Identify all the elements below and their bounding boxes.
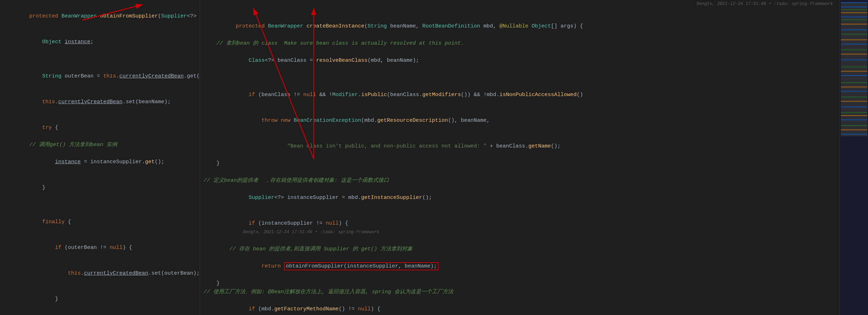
mini-line (841, 49, 867, 50)
code-line: finally { (0, 209, 200, 235)
mini-line (841, 45, 867, 46)
mini-line (841, 106, 867, 108)
code-text: if (beanClass != null && !Modifier.isPub… (204, 82, 861, 108)
mini-line (841, 42, 867, 43)
mini-line (841, 35, 867, 36)
mini-line (841, 29, 867, 30)
mini-line (841, 41, 867, 42)
code-text: Supplier<?> instanceSupplier = mbd.getIn… (204, 185, 861, 211)
editor-container: protected BeanWrapper obtainFromSupplier… (0, 0, 868, 315)
code-text: this.currentlyCreatedBean.set(beanName); (4, 89, 193, 115)
mini-line (841, 82, 867, 83)
minimap-panel (839, 0, 868, 315)
mini-line (841, 119, 867, 120)
mini-line (841, 2, 867, 3)
code-line: try { (0, 115, 200, 141)
git-blame-inline: Dengtx, 2021-12-24 17:51:46 • :tada: spr… (243, 230, 379, 235)
code-text: Class<?> beanClass = resolveBeanClass(mb… (204, 48, 861, 74)
code-line: } (0, 286, 200, 312)
mini-line (841, 101, 867, 102)
mini-line (841, 122, 867, 123)
mini-line (841, 74, 867, 75)
mini-line (841, 125, 867, 126)
code-text: finally { (4, 209, 193, 235)
code-line: Object instance; (0, 29, 200, 55)
mini-line (841, 24, 867, 25)
code-line: } (200, 159, 868, 168)
mini-line (841, 69, 867, 70)
mini-line (841, 96, 867, 98)
mini-line (841, 56, 867, 58)
mini-line (841, 134, 867, 135)
mini-line (841, 28, 867, 29)
code-text: } (4, 175, 193, 201)
mini-line (841, 64, 867, 65)
mini-line (841, 94, 867, 95)
type-token: BeanWrapper (61, 13, 100, 19)
mini-line (841, 32, 867, 33)
code-line: if (beanClass != null && !Modifier.isPub… (200, 82, 868, 108)
code-text: } (204, 279, 861, 288)
code-text: } (4, 286, 193, 312)
mini-line (841, 105, 867, 106)
code-text: try { (4, 115, 193, 141)
mini-line (841, 52, 867, 53)
code-text: protected BeanWrapper createBeanInstance… (204, 14, 861, 39)
mini-line (841, 58, 867, 59)
mini-line (841, 99, 867, 100)
code-line: String outerBean = this.currentlyCreated… (0, 64, 200, 89)
code-line: this.currentlyCreatedBean.set(outerBean)… (0, 261, 200, 286)
code-line: return obtainFromSupplier(instanceSuppli… (200, 254, 868, 279)
code-line-empty (0, 201, 200, 209)
mini-line (841, 112, 867, 113)
code-line: } (200, 279, 868, 288)
code-line: // 调用get() 方法拿到bean 实例 (0, 141, 200, 149)
mini-line (841, 22, 867, 23)
code-text: String outerBean = this.currentlyCreated… (4, 64, 200, 89)
comment-text: // 存在 bean 的提供者,则直接调用 Supplier 的 get() 方… (204, 245, 861, 254)
mini-line (841, 86, 867, 88)
mini-line (841, 12, 867, 13)
mini-line (841, 5, 867, 6)
highlighted-return: obtainFromSupplier(instanceSupplier, bea… (284, 262, 439, 270)
mini-line (841, 14, 867, 15)
comment-text: // 使用工厂方法、例如: @Bean注解放在方法上, 返回值注入容器, spr… (204, 288, 861, 296)
mini-line (841, 126, 867, 128)
mini-line (841, 132, 867, 133)
code-line: if (mbd.getFactoryMethodName() != null) … (200, 296, 868, 315)
mini-line (841, 44, 867, 45)
code-line: if (outerBean != null) { (0, 235, 200, 261)
left-code-panel: protected BeanWrapper obtainFromSupplier… (0, 0, 200, 315)
code-text: } (204, 159, 861, 168)
mini-line (841, 48, 867, 49)
code-line: // 拿到bean 的 class Make sure bean class i… (200, 39, 868, 48)
mini-line (841, 31, 867, 32)
code-line: else { (0, 312, 200, 315)
mini-line (841, 91, 867, 92)
mini-line (841, 39, 867, 40)
mini-line (841, 89, 867, 90)
mini-line (841, 98, 867, 99)
mini-line (841, 18, 867, 19)
code-line: Supplier<?> instanceSupplier = mbd.getIn… (200, 185, 868, 211)
keyword: protected (29, 13, 61, 19)
mini-line (841, 21, 867, 22)
mini-line (841, 51, 867, 52)
right-code-area: protected BeanWrapper createBeanInstance… (200, 4, 868, 315)
code-line: } (0, 175, 200, 201)
mini-line (841, 121, 867, 122)
mini-line (841, 124, 867, 125)
mini-line (841, 16, 867, 18)
mini-line (841, 88, 867, 89)
mini-line (841, 54, 867, 55)
mini-line (841, 72, 867, 73)
mini-line (841, 34, 867, 35)
comment-text: // 调用get() 方法拿到bean 实例 (4, 141, 193, 149)
method-name: obtainFromSupplier (100, 13, 158, 19)
code-text: instance = instanceSupplier.get(); (4, 149, 193, 175)
code-text: else { (4, 312, 193, 315)
code-line: if (instanceSupplier != null) { Dengtx, … (200, 211, 868, 245)
right-code-panel: Dengtx, 2021-12-24 17:51:46 • :tada: spr… (200, 0, 868, 315)
code-line: Class<?> beanClass = resolveBeanClass(mb… (200, 48, 868, 74)
mini-line (841, 25, 867, 26)
